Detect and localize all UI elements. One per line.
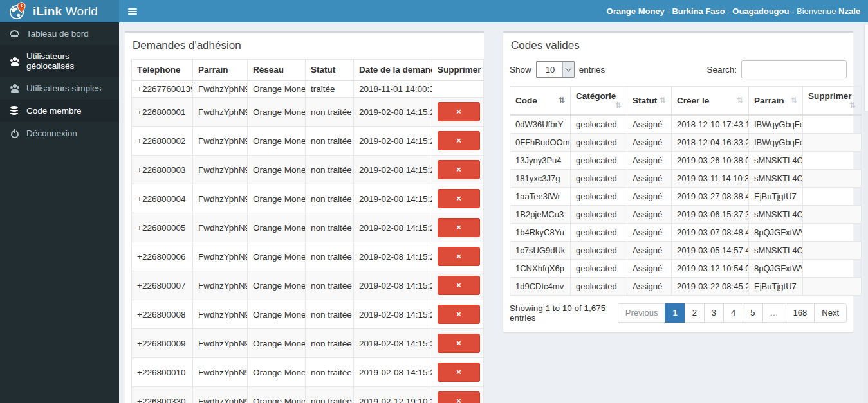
page-button[interactable]: 2 <box>685 303 705 323</box>
entries-select[interactable]: 10 <box>536 61 575 78</box>
telephone-cell: +226800006 <box>132 242 193 271</box>
search-control: Search: <box>706 60 847 78</box>
page-button[interactable]: 1 <box>665 303 685 323</box>
telephone-cell: +22677600139 <box>132 80 193 98</box>
delete-button[interactable]: × <box>438 218 480 237</box>
parrain-cell: IBWqyGbqFd <box>749 115 803 134</box>
sidebar-item-label: Déconnexion <box>26 129 77 138</box>
codes-column-header[interactable]: Supprimer <box>803 87 862 116</box>
adhesion-row: +226800330 FwdhzYphN9 Orange Money non t… <box>132 387 484 403</box>
delete-button[interactable]: × <box>438 131 480 150</box>
sidebar: Tableau de bord Utilisateurs géolocalisé… <box>0 22 119 403</box>
telephone-cell: +226800007 <box>132 271 193 300</box>
parrain-cell: FwdhzYphN9 <box>193 242 248 271</box>
app-title: iLink World <box>33 4 98 19</box>
telephone-cell: +226800330 <box>132 387 193 403</box>
scrollbar-thumb[interactable] <box>864 24 868 112</box>
codes-table: Code Catégorie Statut <box>510 86 862 296</box>
statut-cell: Assigné <box>627 224 672 242</box>
reseau-cell: Orange Money <box>248 242 306 271</box>
supprimer-cell <box>803 224 862 242</box>
scrollbar[interactable] <box>863 22 868 403</box>
categorie-cell: geolocated <box>571 170 627 188</box>
codes-column-header[interactable]: Code <box>510 87 571 116</box>
sidebar-item[interactable]: Déconnexion <box>0 122 119 145</box>
code-cell: 1aaTee3fWr <box>510 188 571 206</box>
reseau-cell: Orange Money <box>248 213 306 242</box>
page-button[interactable]: Previous <box>618 303 666 323</box>
code-cell: 13Jyny3Pu4 <box>510 152 571 170</box>
creer-le-cell: 2018-12-04 16:33:24 <box>672 134 749 152</box>
date-cell: 2019-02-08 14:15:26 <box>354 358 432 387</box>
supprimer-cell <box>803 278 862 296</box>
menu-icon[interactable] <box>119 0 146 22</box>
adhesion-panel: Demandes d'adhésion TéléphoneParrainRése… <box>124 31 485 403</box>
codes-row: 1B2pjeMCu3 geolocated Assigné 2019-03-06… <box>510 206 862 224</box>
delete-button[interactable]: × <box>438 363 480 382</box>
telephone-cell: +226800009 <box>132 329 193 358</box>
page-button[interactable]: … <box>762 303 786 323</box>
sidebar-item[interactable]: Code membre <box>0 100 119 122</box>
reseau-cell: Orange Money <box>248 271 306 300</box>
sidebar-item-label: Code membre <box>26 106 82 116</box>
date-cell: 2019-02-08 14:15:26 <box>354 156 432 184</box>
delete-button[interactable]: × <box>438 160 480 179</box>
adhesion-column-header: Statut <box>306 60 354 81</box>
creer-le-cell: 2019-03-05 14:57:46 <box>672 242 749 260</box>
close-icon: × <box>456 280 461 290</box>
code-cell: 1c7sUG9dUk <box>510 242 571 260</box>
statut-cell: Assigné <box>627 188 672 206</box>
adhesion-column-header: Date de la demande <box>354 60 432 81</box>
parrain-cell: 8pQJGFxtWV <box>749 224 803 242</box>
supprimer-cell <box>803 188 862 206</box>
parrain-cell: FwdhzYphN9 <box>193 358 248 387</box>
codes-column-header[interactable]: Parrain <box>749 87 803 116</box>
sort-asc-icon <box>559 96 565 105</box>
codes-row: 1d9CDtc4mv geolocated Assigné 2019-03-22… <box>510 278 862 296</box>
adhesion-row: +226800002 FwdhzYphN9 Orange Money non t… <box>132 127 484 156</box>
categorie-cell: geolocated <box>571 188 627 206</box>
delete-button[interactable]: × <box>438 276 480 295</box>
page-button[interactable]: Next <box>814 303 847 323</box>
close-icon: × <box>456 338 461 348</box>
delete-button[interactable]: × <box>438 391 480 403</box>
codes-row: 1aaTee3fWr geolocated Assigné 2019-03-27… <box>510 188 862 206</box>
search-input[interactable] <box>741 60 847 78</box>
codes-row: 1c7sUG9dUk geolocated Assigné 2019-03-05… <box>510 242 862 260</box>
date-cell: 2019-02-08 14:15:26 <box>354 127 432 156</box>
sort-icon <box>737 96 743 105</box>
codes-row: 1CNXhfqX6p geolocated Assigné 2019-03-12… <box>510 260 862 278</box>
delete-button[interactable]: × <box>438 189 480 208</box>
creer-le-cell: 2019-03-12 10:54:00 <box>672 260 749 278</box>
sidebar-item[interactable]: Tableau de bord <box>0 22 119 45</box>
parrain-cell: FwdhzYphN9 <box>193 329 248 358</box>
sidebar-item[interactable]: Utilisateurs géolocalisés <box>0 45 119 77</box>
statut-cell: Assigné <box>627 260 672 278</box>
page-button[interactable]: 4 <box>723 303 743 323</box>
reseau-cell: Orange Money <box>248 300 306 329</box>
codes-row: 0dW36UfbrY geolocated Assigné 2018-12-10… <box>510 115 862 134</box>
page-button[interactable]: 5 <box>743 303 762 323</box>
codes-row: 0FFhBudOOm geolocated Assigné 2018-12-04… <box>510 134 862 152</box>
categorie-cell: geolocated <box>571 242 627 260</box>
codes-column-header[interactable]: Catégorie <box>571 87 627 116</box>
delete-button[interactable]: × <box>438 334 480 353</box>
statut-cell: Assigné <box>627 242 672 260</box>
code-cell: 0dW36UfbrY <box>510 115 571 134</box>
delete-button[interactable]: × <box>438 247 480 266</box>
codes-column-header[interactable]: Créer le <box>672 87 749 116</box>
statut-cell: non traitée <box>306 271 354 300</box>
page-button[interactable]: 168 <box>786 303 815 323</box>
sort-icon <box>791 96 797 105</box>
reseau-cell: Orange Money <box>248 358 306 387</box>
adhesion-column-header: Réseau <box>248 60 306 81</box>
page-button[interactable]: 3 <box>704 303 724 323</box>
brand-logo[interactable]: $ iLink World <box>0 0 119 22</box>
delete-button[interactable]: × <box>438 102 480 121</box>
parrain-cell: FwdhzYphN9 <box>193 213 248 242</box>
delete-button[interactable]: × <box>438 305 480 324</box>
telephone-cell: +226800003 <box>132 156 193 184</box>
statut-cell: non traitée <box>306 387 354 403</box>
sidebar-item[interactable]: Utilisateurs simples <box>0 77 119 100</box>
codes-column-header[interactable]: Statut <box>627 87 672 116</box>
